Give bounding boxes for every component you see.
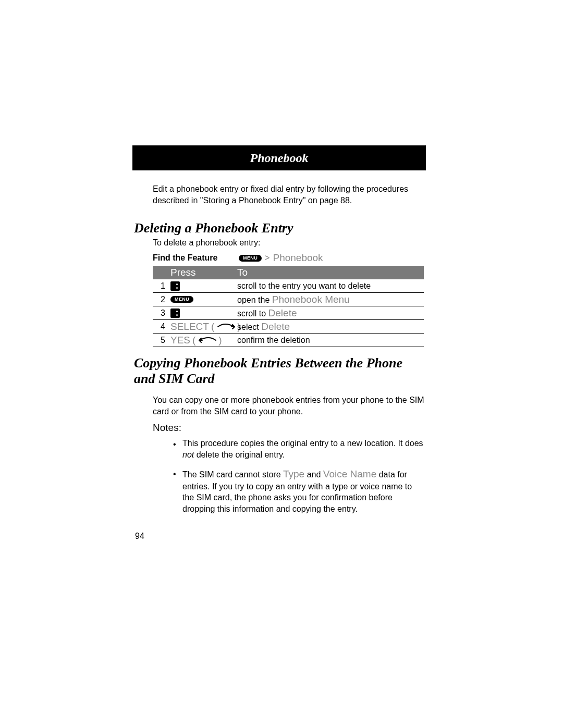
step-number: 3 [153, 309, 170, 318]
page-number: 94 [135, 532, 144, 541]
bullet-icon: • [173, 439, 176, 450]
open-paren: ( [211, 321, 214, 332]
find-feature-label: Find the Feature [153, 253, 239, 263]
step-action-prefix: open the [237, 295, 272, 304]
steps-table: Press To 1 scroll to the entry you want … [153, 266, 424, 347]
scroll-key-icon [170, 281, 180, 291]
table-row: 2 MENU open the Phonebook Menu [153, 293, 424, 306]
notes-list: • This procedure copies the original ent… [173, 438, 423, 522]
chapter-title: Phonebook [250, 151, 308, 165]
left-softkey-icon [199, 337, 216, 344]
open-paren: ( [192, 335, 195, 346]
col-header-press: Press [170, 267, 237, 278]
close-paren: ) [218, 335, 222, 346]
step-action: confirm the deletion [237, 336, 310, 344]
softkey-label: SELECT [170, 321, 209, 332]
softkey-label: YES [170, 335, 190, 346]
menu-key-icon: MENU [170, 296, 193, 303]
table-row: 4 SELECT ( ) select Delete [153, 320, 424, 334]
step-action-term: Phonebook Menu [272, 294, 350, 305]
table-row: 3 scroll to Delete [153, 306, 424, 320]
step-action-term: Delete [261, 321, 290, 332]
right-softkey-icon [217, 323, 235, 330]
chapter-header: Phonebook [132, 145, 426, 170]
col-header-to: To [237, 267, 424, 278]
step-action-prefix: select [237, 323, 261, 331]
table-row: 1 scroll to the entry you want to delete [153, 279, 424, 293]
step-action-term: Delete [268, 307, 297, 318]
note2-b: and [304, 470, 323, 479]
section-heading-delete: Deleting a Phonebook Entry [134, 220, 293, 236]
note2-type: Type [283, 468, 304, 479]
menu-key-icon: MENU [239, 255, 262, 262]
table-header: Press To [153, 266, 424, 279]
copy-intro: You can copy one or more phonebook entri… [153, 394, 425, 417]
note2-a: The SIM card cannot store [182, 470, 283, 479]
bullet-icon: • [173, 468, 176, 480]
delete-lead: To delete a phonebook entry: [153, 238, 260, 248]
step-action-prefix: scroll to [237, 309, 268, 318]
note2-voicename: Voice Name [323, 468, 376, 479]
step-action: scroll to the entry you want to delete [237, 281, 371, 290]
step-number: 4 [153, 322, 170, 331]
find-feature-row: Find the Feature MENU > Phonebook [153, 251, 424, 265]
list-item: • This procedure copies the original ent… [173, 438, 423, 460]
intro-paragraph: Edit a phonebook entry or fixed dial ent… [153, 183, 411, 206]
breadcrumb-separator: > [265, 253, 270, 263]
list-item: • The SIM card cannot store Type and Voi… [173, 467, 423, 514]
note1-a: This procedure copies the original entry… [182, 439, 423, 448]
note1-not: not [182, 450, 194, 459]
step-number: 5 [153, 336, 170, 345]
table-row: 5 YES ( ) confirm the deletion [153, 334, 424, 347]
step-number: 1 [153, 281, 170, 291]
step-number: 2 [153, 295, 170, 304]
section-heading-copy: Copying Phonebook Entries Between the Ph… [134, 355, 426, 387]
scroll-key-icon [170, 309, 180, 318]
note1-b: delete the original entry. [194, 450, 285, 459]
breadcrumb-phonebook: Phonebook [273, 252, 323, 264]
notes-label: Notes: [153, 422, 181, 434]
